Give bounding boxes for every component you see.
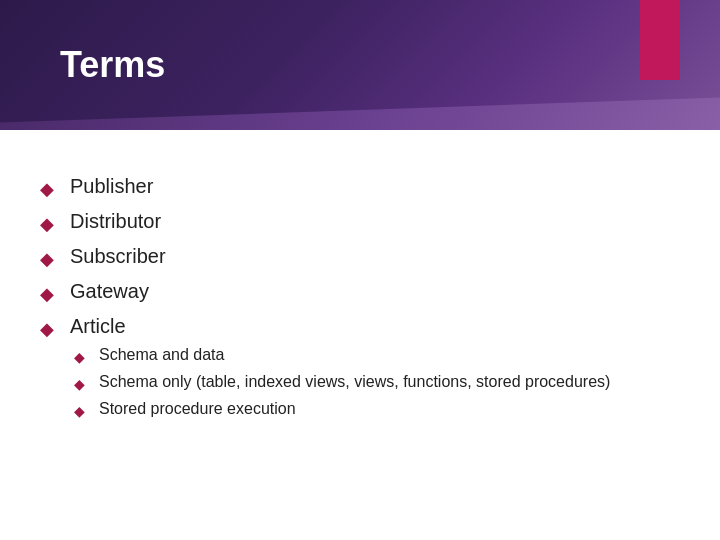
- article-row: ◆ Article: [40, 315, 126, 340]
- list-item-subscriber: ◆ Subscriber: [40, 245, 680, 270]
- list-item-article: ◆ Article ◆ Schema and data ◆ Schema onl…: [40, 315, 680, 427]
- sub-bullet-list: ◆ Schema and data ◆ Schema only (table, …: [74, 346, 610, 427]
- header-accent: [640, 0, 680, 80]
- diamond-icon: ◆: [40, 178, 54, 200]
- diamond-icon: ◆: [74, 403, 85, 419]
- distributor-label: Distributor: [70, 210, 161, 233]
- schema-only-label: Schema only (table, indexed views, views…: [99, 373, 610, 391]
- sub-list-item-stored-proc: ◆ Stored procedure execution: [74, 400, 610, 419]
- slide: Terms ◆ Publisher ◆ Distributor ◆ Subscr…: [0, 0, 720, 540]
- list-item-publisher: ◆ Publisher: [40, 175, 680, 200]
- main-bullet-list: ◆ Publisher ◆ Distributor ◆ Subscriber ◆…: [40, 175, 680, 427]
- header-banner: Terms: [0, 0, 720, 130]
- diamond-icon: ◆: [40, 318, 54, 340]
- sub-list-item-schema-only: ◆ Schema only (table, indexed views, vie…: [74, 373, 610, 392]
- schema-and-data-label: Schema and data: [99, 346, 224, 364]
- diamond-icon: ◆: [40, 213, 54, 235]
- diamond-icon: ◆: [74, 349, 85, 365]
- list-item-distributor: ◆ Distributor: [40, 210, 680, 235]
- publisher-label: Publisher: [70, 175, 153, 198]
- diamond-icon: ◆: [74, 376, 85, 392]
- diamond-icon: ◆: [40, 248, 54, 270]
- subscriber-label: Subscriber: [70, 245, 166, 268]
- slide-title: Terms: [60, 44, 165, 86]
- gateway-label: Gateway: [70, 280, 149, 303]
- sub-list-item-schema-and-data: ◆ Schema and data: [74, 346, 610, 365]
- list-item-gateway: ◆ Gateway: [40, 280, 680, 305]
- article-label: Article: [70, 315, 126, 338]
- diamond-icon: ◆: [40, 283, 54, 305]
- content-area: ◆ Publisher ◆ Distributor ◆ Subscriber ◆…: [0, 145, 720, 457]
- stored-proc-label: Stored procedure execution: [99, 400, 296, 418]
